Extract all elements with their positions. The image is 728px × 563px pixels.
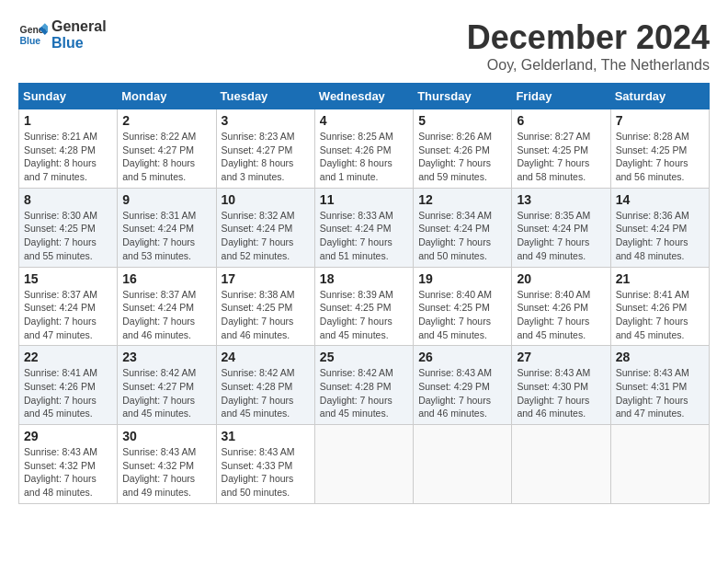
day-info: Sunrise: 8:37 AM Sunset: 4:24 PM Dayligh… (122, 288, 210, 342)
day-info: Sunrise: 8:39 AM Sunset: 4:25 PM Dayligh… (320, 288, 408, 342)
day-info: Sunrise: 8:40 AM Sunset: 4:26 PM Dayligh… (517, 288, 605, 342)
day-info: Sunrise: 8:37 AM Sunset: 4:24 PM Dayligh… (24, 288, 112, 342)
logo: General Blue General Blue (18, 18, 107, 51)
weekday-header-saturday: Saturday (610, 84, 709, 109)
calendar-cell: 11 Sunrise: 8:33 AM Sunset: 4:24 PM Dayl… (314, 188, 413, 267)
location-title: Ooy, Gelderland, The Netherlands (467, 57, 710, 74)
weekday-header-tuesday: Tuesday (216, 84, 314, 109)
day-number: 20 (517, 271, 605, 286)
day-info: Sunrise: 8:26 AM Sunset: 4:26 PM Dayligh… (418, 130, 506, 184)
calendar-cell: 17 Sunrise: 8:38 AM Sunset: 4:25 PM Dayl… (216, 267, 314, 346)
day-number: 8 (24, 192, 112, 207)
day-number: 30 (122, 429, 210, 443)
day-number: 6 (517, 113, 605, 128)
calendar-body: 1 Sunrise: 8:21 AM Sunset: 4:28 PM Dayli… (19, 109, 710, 504)
day-number: 4 (320, 113, 408, 128)
week-row-3: 15 Sunrise: 8:37 AM Sunset: 4:24 PM Dayl… (19, 267, 710, 346)
calendar-cell: 22 Sunrise: 8:41 AM Sunset: 4:26 PM Dayl… (19, 346, 118, 425)
day-info: Sunrise: 8:33 AM Sunset: 4:24 PM Dayligh… (320, 209, 408, 263)
week-row-4: 22 Sunrise: 8:41 AM Sunset: 4:26 PM Dayl… (19, 346, 710, 425)
calendar-cell (512, 425, 610, 504)
calendar-cell: 10 Sunrise: 8:32 AM Sunset: 4:24 PM Dayl… (216, 188, 314, 267)
calendar-cell: 14 Sunrise: 8:36 AM Sunset: 4:24 PM Dayl… (610, 188, 709, 267)
calendar-cell: 31 Sunrise: 8:43 AM Sunset: 4:33 PM Dayl… (216, 425, 314, 504)
svg-text:Blue: Blue (20, 35, 41, 45)
logo-blue: Blue (51, 35, 107, 52)
logo-general: General (51, 18, 107, 35)
day-number: 24 (222, 350, 310, 364)
weekday-header-thursday: Thursday (414, 84, 512, 109)
day-info: Sunrise: 8:42 AM Sunset: 4:28 PM Dayligh… (320, 366, 408, 420)
calendar-cell: 26 Sunrise: 8:43 AM Sunset: 4:29 PM Dayl… (414, 346, 512, 425)
day-info: Sunrise: 8:21 AM Sunset: 4:28 PM Dayligh… (24, 130, 112, 184)
page-header: General Blue General Blue December 2024 … (18, 18, 710, 74)
month-title: December 2024 (467, 18, 710, 57)
weekday-header-wednesday: Wednesday (314, 84, 413, 109)
calendar-cell: 23 Sunrise: 8:42 AM Sunset: 4:27 PM Dayl… (118, 346, 216, 425)
day-number: 3 (222, 113, 310, 128)
calendar-cell: 25 Sunrise: 8:42 AM Sunset: 4:28 PM Dayl… (314, 346, 413, 425)
day-number: 1 (24, 113, 112, 128)
calendar-cell: 2 Sunrise: 8:22 AM Sunset: 4:27 PM Dayli… (118, 109, 216, 189)
day-number: 31 (222, 429, 310, 443)
day-number: 25 (320, 350, 408, 364)
calendar-cell: 12 Sunrise: 8:34 AM Sunset: 4:24 PM Dayl… (414, 188, 512, 267)
calendar-cell: 5 Sunrise: 8:26 AM Sunset: 4:26 PM Dayli… (414, 109, 512, 189)
day-number: 23 (122, 350, 210, 364)
calendar-cell: 30 Sunrise: 8:43 AM Sunset: 4:32 PM Dayl… (118, 425, 216, 504)
day-number: 14 (616, 192, 704, 207)
day-info: Sunrise: 8:38 AM Sunset: 4:25 PM Dayligh… (222, 288, 310, 342)
calendar-cell: 29 Sunrise: 8:43 AM Sunset: 4:32 PM Dayl… (19, 425, 118, 504)
day-number: 18 (320, 271, 408, 286)
day-number: 19 (418, 271, 506, 286)
day-number: 29 (24, 429, 112, 443)
day-info: Sunrise: 8:40 AM Sunset: 4:25 PM Dayligh… (418, 288, 506, 342)
day-info: Sunrise: 8:42 AM Sunset: 4:28 PM Dayligh… (222, 366, 310, 420)
day-number: 28 (616, 350, 704, 364)
calendar-cell: 8 Sunrise: 8:30 AM Sunset: 4:25 PM Dayli… (19, 188, 118, 267)
day-number: 2 (122, 113, 210, 128)
day-number: 11 (320, 192, 408, 207)
day-info: Sunrise: 8:27 AM Sunset: 4:25 PM Dayligh… (517, 130, 605, 184)
day-number: 15 (24, 271, 112, 286)
day-info: Sunrise: 8:43 AM Sunset: 4:33 PM Dayligh… (222, 445, 310, 500)
calendar-cell: 20 Sunrise: 8:40 AM Sunset: 4:26 PM Dayl… (512, 267, 610, 346)
day-number: 7 (616, 113, 704, 128)
day-info: Sunrise: 8:30 AM Sunset: 4:25 PM Dayligh… (24, 209, 112, 263)
calendar-cell: 13 Sunrise: 8:35 AM Sunset: 4:24 PM Dayl… (512, 188, 610, 267)
calendar-cell: 24 Sunrise: 8:42 AM Sunset: 4:28 PM Dayl… (216, 346, 314, 425)
calendar-cell: 27 Sunrise: 8:43 AM Sunset: 4:30 PM Dayl… (512, 346, 610, 425)
weekday-header-sunday: Sunday (19, 84, 118, 109)
calendar-cell: 18 Sunrise: 8:39 AM Sunset: 4:25 PM Dayl… (314, 267, 413, 346)
day-number: 13 (517, 192, 605, 207)
calendar-cell: 9 Sunrise: 8:31 AM Sunset: 4:24 PM Dayli… (118, 188, 216, 267)
weekday-header-row: SundayMondayTuesdayWednesdayThursdayFrid… (19, 84, 710, 109)
calendar-cell: 21 Sunrise: 8:41 AM Sunset: 4:26 PM Dayl… (610, 267, 709, 346)
title-area: December 2024 Ooy, Gelderland, The Nethe… (467, 18, 710, 74)
calendar-cell (314, 425, 413, 504)
day-info: Sunrise: 8:32 AM Sunset: 4:24 PM Dayligh… (222, 209, 310, 263)
day-info: Sunrise: 8:23 AM Sunset: 4:27 PM Dayligh… (222, 130, 310, 184)
day-info: Sunrise: 8:43 AM Sunset: 4:30 PM Dayligh… (517, 366, 605, 420)
day-number: 21 (616, 271, 704, 286)
day-info: Sunrise: 8:43 AM Sunset: 4:32 PM Dayligh… (122, 445, 210, 500)
day-number: 9 (122, 192, 210, 207)
day-info: Sunrise: 8:41 AM Sunset: 4:26 PM Dayligh… (616, 288, 704, 342)
day-info: Sunrise: 8:41 AM Sunset: 4:26 PM Dayligh… (24, 366, 112, 420)
day-info: Sunrise: 8:36 AM Sunset: 4:24 PM Dayligh… (616, 209, 704, 263)
calendar-cell: 28 Sunrise: 8:43 AM Sunset: 4:31 PM Dayl… (610, 346, 709, 425)
day-info: Sunrise: 8:43 AM Sunset: 4:29 PM Dayligh… (418, 366, 506, 420)
day-number: 17 (222, 271, 310, 286)
calendar-cell: 6 Sunrise: 8:27 AM Sunset: 4:25 PM Dayli… (512, 109, 610, 189)
calendar-cell: 19 Sunrise: 8:40 AM Sunset: 4:25 PM Dayl… (414, 267, 512, 346)
calendar-cell: 1 Sunrise: 8:21 AM Sunset: 4:28 PM Dayli… (19, 109, 118, 189)
week-row-1: 1 Sunrise: 8:21 AM Sunset: 4:28 PM Dayli… (19, 109, 710, 189)
calendar-cell: 16 Sunrise: 8:37 AM Sunset: 4:24 PM Dayl… (118, 267, 216, 346)
logo-icon: General Blue (18, 20, 48, 50)
day-number: 10 (222, 192, 310, 207)
day-number: 27 (517, 350, 605, 364)
calendar-cell (414, 425, 512, 504)
week-row-2: 8 Sunrise: 8:30 AM Sunset: 4:25 PM Dayli… (19, 188, 710, 267)
week-row-5: 29 Sunrise: 8:43 AM Sunset: 4:32 PM Dayl… (19, 425, 710, 504)
day-info: Sunrise: 8:22 AM Sunset: 4:27 PM Dayligh… (122, 130, 210, 184)
